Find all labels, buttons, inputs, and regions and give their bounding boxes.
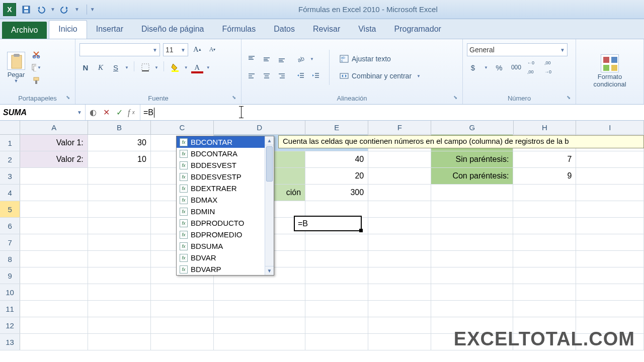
- cell-F7[interactable]: [368, 234, 431, 250]
- orientation-button[interactable]: ab: [295, 53, 307, 65]
- currency-button[interactable]: $: [467, 61, 479, 73]
- autocomplete-item-bddesvestp[interactable]: fxBDDESVESTP: [177, 171, 274, 183]
- row-header-12[interactable]: 12: [0, 317, 20, 333]
- cell-A1[interactable]: Valor 1:: [20, 135, 88, 151]
- align-top-button[interactable]: [246, 53, 258, 65]
- cell-E2[interactable]: 40: [305, 151, 368, 167]
- cell-D11[interactable]: [214, 301, 305, 317]
- col-header-B[interactable]: B: [88, 121, 151, 134]
- col-header-H[interactable]: H: [514, 121, 577, 134]
- tab-revisar[interactable]: Revisar: [304, 21, 349, 39]
- cell-B2[interactable]: 10: [88, 151, 151, 167]
- cell-I2[interactable]: [576, 151, 644, 167]
- increase-indent-button[interactable]: [310, 70, 322, 82]
- autocomplete-item-bdvar[interactable]: fxBDVAR: [177, 252, 274, 263]
- cell-F9[interactable]: [368, 267, 431, 284]
- col-header-F[interactable]: F: [368, 121, 431, 134]
- bold-button[interactable]: N: [79, 61, 92, 73]
- cell-F10[interactable]: [368, 284, 431, 300]
- autocomplete-item-bdcontar[interactable]: fxBDCONTAR: [177, 136, 274, 148]
- cell-D10[interactable]: [214, 284, 305, 300]
- cell-B1[interactable]: 30: [88, 135, 151, 151]
- cell-I8[interactable]: [576, 251, 644, 267]
- cell-C10[interactable]: [151, 284, 214, 300]
- cell-I7[interactable]: [576, 234, 644, 250]
- cell-B11[interactable]: [88, 301, 151, 317]
- cell-H3[interactable]: 9: [513, 168, 576, 184]
- align-right-button[interactable]: [276, 70, 288, 82]
- merge-center-button[interactable]: Combinar y centrar▼: [337, 70, 424, 82]
- cell-H5[interactable]: [513, 201, 576, 217]
- cell-G2[interactable]: Sin paréntesis:: [431, 151, 513, 167]
- cell-F13[interactable]: [368, 334, 431, 350]
- col-header-A[interactable]: A: [20, 121, 88, 134]
- paste-button[interactable]: Pegar ▼: [4, 51, 28, 84]
- cell-E7[interactable]: [305, 234, 368, 250]
- cell-E11[interactable]: [305, 301, 368, 317]
- cell-I9[interactable]: [576, 267, 644, 284]
- cell-E9[interactable]: [305, 267, 368, 284]
- tab-inicio[interactable]: Inicio: [49, 20, 87, 39]
- cell-B10[interactable]: [88, 284, 151, 300]
- cell-A13[interactable]: [20, 334, 88, 350]
- tab-programador[interactable]: Programador: [385, 21, 450, 39]
- cell-G9[interactable]: [431, 267, 513, 284]
- cell-A12[interactable]: [20, 317, 88, 333]
- decrease-indent-button[interactable]: [295, 70, 307, 82]
- autocomplete-item-bdvarp[interactable]: fxBDVARP: [177, 263, 274, 275]
- cell-B12[interactable]: [88, 317, 151, 333]
- align-center-button[interactable]: [261, 70, 273, 82]
- increase-font-button[interactable]: A▴: [191, 43, 203, 55]
- decrease-font-button[interactable]: A▾: [206, 43, 218, 55]
- cell-A7[interactable]: [20, 234, 88, 250]
- row-header-3[interactable]: 3: [0, 168, 20, 184]
- col-header-E[interactable]: E: [305, 121, 368, 134]
- cell-F12[interactable]: [368, 317, 431, 333]
- cell-F8[interactable]: [368, 251, 431, 267]
- row-header-1[interactable]: 1: [0, 135, 20, 151]
- cell-E8[interactable]: [305, 251, 368, 267]
- cell-E5[interactable]: [305, 201, 368, 217]
- cell-D13[interactable]: [214, 334, 305, 350]
- cell-C11[interactable]: [151, 301, 214, 317]
- cell-I10[interactable]: [576, 284, 644, 300]
- wrap-text-button[interactable]: abcAjustar texto: [337, 53, 424, 65]
- number-format-combo[interactable]: General▼: [467, 43, 568, 56]
- row-header-11[interactable]: 11: [0, 301, 20, 317]
- row-header-10[interactable]: 10: [0, 284, 20, 300]
- cell-I3[interactable]: [576, 168, 644, 184]
- cell-A5[interactable]: [20, 201, 88, 217]
- row-header-4[interactable]: 4: [0, 185, 20, 201]
- cell-F2[interactable]: [368, 151, 431, 167]
- cell-G10[interactable]: [431, 284, 513, 300]
- conditional-formatting-button[interactable]: Formato condicional: [580, 53, 639, 89]
- cell-A11[interactable]: [20, 301, 88, 317]
- undo-button[interactable]: [35, 4, 47, 16]
- col-header-I[interactable]: I: [576, 121, 644, 134]
- fill-color-button[interactable]: [169, 61, 181, 73]
- cell-I11[interactable]: [576, 301, 644, 317]
- percent-button[interactable]: %: [493, 61, 505, 73]
- cell-H10[interactable]: [513, 284, 576, 300]
- font-family-combo[interactable]: ▼: [79, 43, 160, 56]
- font-dialog[interactable]: ⬊: [232, 95, 236, 100]
- cell-A2[interactable]: Valor 2:: [20, 151, 88, 167]
- undo-dropdown[interactable]: ▼: [50, 7, 55, 12]
- scroll-down-button[interactable]: ▼: [265, 266, 274, 275]
- autocomplete-item-bdpromedio[interactable]: fxBDPROMEDIO: [177, 229, 274, 240]
- cell-E13[interactable]: [305, 334, 368, 350]
- cell-B6[interactable]: [88, 218, 151, 234]
- cell-E12[interactable]: [305, 317, 368, 333]
- cell-B5[interactable]: [88, 201, 151, 217]
- cell-E10[interactable]: [305, 284, 368, 300]
- cell-H8[interactable]: [513, 251, 576, 267]
- cancel-formula-button[interactable]: ✕: [102, 108, 111, 117]
- cut-button[interactable]: [31, 49, 41, 59]
- fx-icon[interactable]: fx: [128, 108, 137, 117]
- copy-button[interactable]: ▼: [31, 62, 41, 72]
- cell-G4[interactable]: [431, 185, 513, 201]
- tab-file[interactable]: Archivo: [2, 22, 47, 39]
- cell-C12[interactable]: [151, 317, 214, 333]
- tab-insertar[interactable]: Insertar: [87, 21, 132, 39]
- cell-I6[interactable]: [576, 218, 644, 234]
